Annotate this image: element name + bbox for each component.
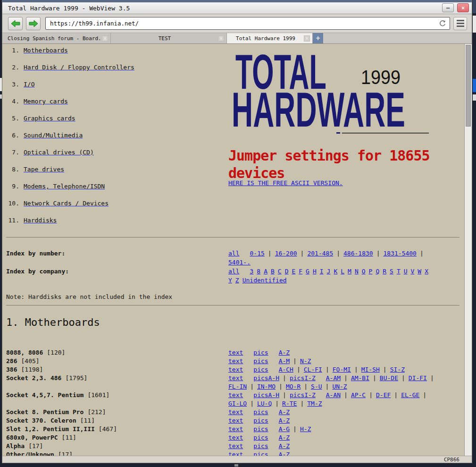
index-company-link[interactable]: Q	[376, 268, 379, 275]
device-link[interactable]: text	[228, 357, 243, 365]
device-link[interactable]: N-Z	[300, 357, 311, 365]
index-company-link[interactable]: 8	[257, 268, 260, 275]
device-link[interactable]: GI-LO	[228, 400, 247, 407]
tab-1[interactable]: Closing Spanish forum - Board.Kox	[3, 33, 111, 43]
device-link[interactable]: AP-C	[351, 391, 366, 399]
index-company-link[interactable]: S	[390, 268, 393, 275]
device-link[interactable]: A-Z	[279, 442, 290, 450]
device-link[interactable]: CL-FI	[304, 366, 322, 373]
device-link[interactable]: pics	[253, 349, 268, 356]
nav-link-i-o[interactable]: I/O	[24, 81, 34, 88]
index-company-link[interactable]: L	[341, 268, 344, 275]
device-link[interactable]: pics	[253, 366, 268, 373]
tab-2[interactable]: TESTx	[111, 33, 227, 43]
device-link[interactable]: text	[228, 442, 243, 450]
device-link[interactable]: pics	[253, 357, 268, 365]
device-link[interactable]: FL-IN	[228, 383, 247, 390]
device-link[interactable]: EL-GE	[401, 391, 419, 399]
device-link[interactable]: text	[228, 434, 243, 441]
device-link[interactable]: A-M	[279, 357, 290, 365]
index-company-link[interactable]: X	[425, 268, 428, 275]
new-tab-button[interactable]: +	[313, 33, 323, 43]
device-link[interactable]: A-Z	[279, 451, 290, 456]
index-company-link[interactable]: all	[228, 268, 239, 275]
device-link[interactable]: pics	[253, 425, 268, 433]
index-company-link[interactable]: D	[285, 268, 289, 275]
menu-button[interactable]	[453, 17, 467, 30]
device-link[interactable]: A-Z	[279, 349, 290, 356]
nav-link-sound-multimedia[interactable]: Sound/Multimedia	[24, 132, 83, 139]
device-link[interactable]: text	[228, 425, 243, 433]
device-link[interactable]: A-Z	[279, 434, 290, 441]
device-link[interactable]: text	[228, 391, 243, 399]
index-company-link[interactable]: O	[362, 268, 366, 275]
nav-link-modems-telephone-isdn[interactable]: Modems, Telephone/ISDN	[24, 183, 105, 190]
device-link[interactable]: DI-FI	[409, 374, 427, 382]
index-company-link[interactable]: I	[320, 268, 324, 275]
device-link[interactable]: picsI-Z	[290, 391, 316, 399]
device-link[interactable]: IN-MO	[257, 383, 276, 390]
device-link[interactable]: A-AM	[326, 374, 341, 382]
device-link[interactable]: text	[228, 374, 243, 382]
device-link[interactable]: text	[228, 417, 243, 424]
forward-button[interactable]	[26, 17, 41, 30]
device-link[interactable]: MI-SH	[361, 366, 380, 373]
index-number-link[interactable]: 5401-.	[228, 259, 251, 266]
index-company-link[interactable]: G	[306, 268, 309, 275]
index-company-link[interactable]: Y	[228, 277, 232, 284]
index-company-link[interactable]: 3	[250, 268, 253, 275]
device-link[interactable]: AM-BI	[351, 374, 369, 382]
device-link[interactable]: FO-MI	[333, 366, 351, 373]
index-number-link[interactable]: 16-200	[275, 250, 297, 257]
index-company-link[interactable]: N	[355, 268, 359, 275]
tab-3[interactable]: Total Hardware 1999x	[227, 33, 313, 43]
nav-link-memory-cards[interactable]: Memory cards	[24, 98, 68, 105]
index-company-link[interactable]: P	[369, 268, 373, 275]
nav-link-network-cards-devices[interactable]: Network Cards / Devices	[24, 200, 109, 207]
device-link[interactable]: A-G	[279, 425, 290, 433]
minimize-button[interactable]: –	[442, 3, 454, 12]
title-bar[interactable]: Total Hardware 1999 - WebView 3.5 – ×	[2, 2, 472, 14]
device-link[interactable]: pics	[253, 442, 268, 450]
device-link[interactable]: text	[228, 451, 243, 456]
url-bar[interactable]	[45, 17, 450, 30]
device-link[interactable]: TM-Z	[307, 400, 322, 407]
scrollbar-thumb[interactable]	[466, 45, 471, 127]
nav-link-motherboards[interactable]: Motherboards	[24, 47, 68, 54]
device-link[interactable]: text	[228, 366, 243, 373]
index-company-link[interactable]: M	[348, 268, 351, 275]
nav-link-graphics-cards[interactable]: Graphics cards	[24, 115, 75, 122]
index-company-link[interactable]: R	[383, 268, 386, 275]
index-company-link[interactable]: B	[271, 268, 275, 275]
index-number-link[interactable]: all	[228, 250, 239, 257]
device-link[interactable]: R-TE	[282, 400, 297, 407]
device-link[interactable]: D-EF	[376, 391, 391, 399]
device-link[interactable]: SI-Z	[390, 366, 405, 373]
device-link[interactable]: text	[228, 408, 243, 416]
tab-close-icon[interactable]: x	[218, 35, 224, 42]
index-company-link[interactable]: Z	[235, 277, 239, 284]
index-number-link[interactable]: 1831-5400	[384, 250, 417, 257]
device-link[interactable]: A-Z	[279, 417, 290, 424]
index-company-link[interactable]: W	[418, 268, 421, 275]
device-link[interactable]: picsA-H	[253, 391, 279, 399]
device-link[interactable]: pics	[253, 451, 268, 456]
nav-link-hard-disk-floppy-controllers[interactable]: Hard Disk / Floppy Controllers	[24, 64, 134, 71]
back-button[interactable]	[8, 17, 23, 30]
device-link[interactable]: BU-DE	[380, 374, 398, 382]
url-input[interactable]	[49, 19, 437, 27]
vertical-scrollbar[interactable]	[464, 44, 472, 456]
nav-link-harddisks[interactable]: Harddisks	[24, 217, 57, 224]
index-company-link[interactable]: V	[411, 268, 415, 275]
device-link[interactable]: A-CH	[279, 366, 293, 373]
index-company-link[interactable]: E	[292, 268, 295, 275]
index-number-link[interactable]: 0-15	[250, 250, 264, 257]
device-link[interactable]: text	[228, 349, 243, 356]
device-link[interactable]: A-Z	[279, 408, 290, 416]
device-link[interactable]: pics	[253, 408, 268, 416]
index-number-link[interactable]: 201-485	[307, 250, 333, 257]
nav-link-optical-drives-cd[interactable]: Optical drives (CD)	[24, 149, 94, 156]
index-company-link[interactable]: A	[264, 268, 267, 275]
device-link[interactable]: pics	[253, 434, 268, 441]
close-button[interactable]: ×	[457, 3, 469, 12]
